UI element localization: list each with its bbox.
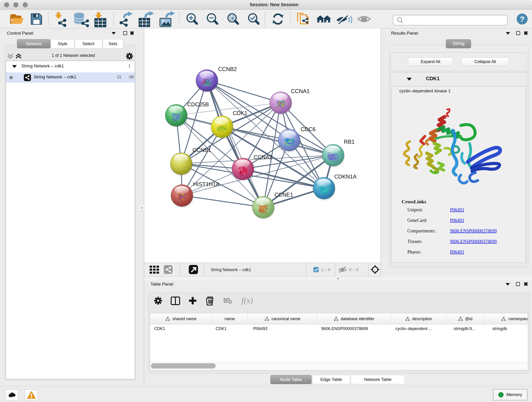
svg-text:String Network – cdk1: String Network – cdk1 — [211, 268, 251, 272]
svg-text:HIST1H1A: HIST1H1A — [193, 181, 220, 187]
svg-text:CCNB2: CCNB2 — [218, 66, 237, 72]
svg-text:CCNB1: CCNB1 — [192, 147, 211, 153]
svg-text:CDC6: CDC6 — [301, 126, 316, 132]
svg-text:CCNE1: CCNE1 — [274, 191, 293, 198]
svg-text:CCNA2: CCNA2 — [254, 154, 272, 160]
svg-text:CDK1: CDK1 — [233, 110, 247, 116]
svg-text:0 – 0: 0 – 0 — [349, 268, 358, 272]
svg-text:?: ? — [520, 15, 525, 23]
svg-text:RB1: RB1 — [344, 139, 355, 145]
svg-text:f(x): f(x) — [241, 296, 253, 305]
svg-text:CDKN1A: CDKN1A — [334, 173, 356, 180]
svg-text:CCNA1: CCNA1 — [291, 88, 310, 94]
svg-text:CDC25B: CDC25B — [187, 101, 209, 108]
svg-text:1 – 0: 1 – 0 — [321, 268, 330, 272]
